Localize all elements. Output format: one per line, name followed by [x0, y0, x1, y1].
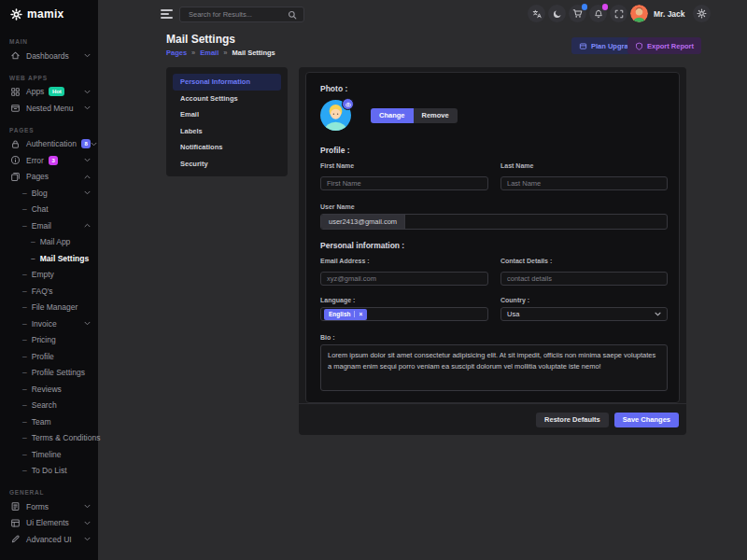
sidebar-item-mail-app[interactable]: –Mail App	[0, 234, 98, 251]
remove-photo-button[interactable]: Remove	[414, 108, 458, 123]
sidebar-item-terms-conditions[interactable]: –Terms & Conditions	[0, 430, 98, 447]
sidebar-item-timeline[interactable]: –Timeline	[0, 446, 98, 463]
sidebar-item-advanced-ui[interactable]: Advanced UI	[0, 531, 98, 548]
dash-icon: –	[22, 287, 27, 296]
breadcrumb: Pages » Email » Mail Settings	[166, 49, 275, 57]
language-tag-input[interactable]: English ×	[320, 307, 488, 321]
sidebar-item-label: Dashboards	[26, 51, 69, 61]
email-address-input[interactable]	[320, 272, 488, 286]
fullscreen-icon[interactable]	[610, 5, 627, 22]
bio-textarea[interactable]: Lorem ipsum dolor sit amet consectetur a…	[320, 344, 668, 391]
sidebar-item-faq-s[interactable]: –FAQ's	[0, 283, 98, 300]
sidebar-item-pages[interactable]: Pages	[0, 169, 98, 186]
breadcrumb-current: Mail Settings	[232, 49, 275, 57]
language-icon[interactable]	[528, 5, 545, 22]
sidebar-item-error[interactable]: Error3	[0, 152, 98, 169]
settings-menu-item-security[interactable]: Security	[173, 156, 281, 173]
search-input[interactable]	[187, 9, 288, 20]
settings-menu-item-labels[interactable]: Labels	[173, 123, 281, 140]
dash-icon: –	[22, 433, 27, 442]
profile-photo[interactable]	[320, 100, 351, 131]
first-name-label: First Name	[320, 162, 488, 169]
user-name[interactable]: Mr. Jack	[654, 9, 685, 19]
search-bar	[179, 7, 304, 22]
settings-menu-item-email[interactable]: Email	[173, 106, 281, 123]
export-report-button[interactable]: Export Report	[627, 37, 701, 54]
personal-information-panel: Photo :	[305, 72, 680, 403]
sidebar-item-invoice[interactable]: –Invoice	[0, 315, 98, 332]
settings-menu-card: Personal InformationAccount SettingsEmai…	[166, 67, 288, 176]
sidebar-item-team[interactable]: –Team	[0, 413, 98, 430]
cart-icon[interactable]	[569, 5, 586, 22]
settings-menu-item-personal-information[interactable]: Personal Information	[173, 74, 281, 91]
dash-icon: –	[22, 221, 27, 231]
settings-menu-item-notifications[interactable]: Notifications	[173, 139, 281, 156]
country-label: Country :	[500, 297, 668, 303]
dash-icon: –	[22, 319, 27, 329]
sidebar-item-label: Pricing	[32, 335, 56, 344]
search-icon[interactable]	[288, 10, 297, 20]
sidebar-item-nested-menu[interactable]: Nested Menu	[0, 100, 98, 117]
pen-icon	[10, 534, 21, 544]
dark-mode-icon[interactable]	[548, 5, 566, 22]
breadcrumb-separator: »	[191, 49, 195, 57]
dash-icon: –	[22, 368, 27, 377]
brand-logo[interactable]: mamix	[0, 0, 98, 28]
sidebar-section-label: PAGES	[9, 127, 98, 134]
sidebar-item-empty[interactable]: –Empty	[0, 267, 98, 284]
brand-name: mamix	[27, 7, 64, 21]
hamburger-menu-icon[interactable]	[161, 9, 173, 21]
save-changes-button[interactable]: Save Changes	[614, 413, 679, 427]
sidebar-item-blog[interactable]: –Blog	[0, 185, 98, 202]
sidebar-item-ui-elements[interactable]: Ui Elements	[0, 515, 98, 532]
breadcrumb-separator: »	[223, 49, 227, 57]
first-name-input[interactable]	[320, 176, 488, 190]
sidebar-item-label: FAQ's	[32, 287, 53, 296]
sidebar-item-label: Search	[32, 400, 57, 410]
sidebar-item-authentication[interactable]: Authentication8	[0, 136, 98, 153]
breadcrumb-email[interactable]: Email	[200, 49, 218, 57]
layout-icon	[10, 518, 21, 528]
sidebar-item-profile[interactable]: –Profile	[0, 348, 98, 365]
edit-photo-camera-icon[interactable]	[342, 98, 354, 110]
sidebar-item-chat[interactable]: –Chat	[0, 202, 98, 218]
sidebar-item-label: Timeline	[32, 450, 62, 459]
dash-icon: –	[31, 237, 35, 246]
sidebar-item-label: Reviews	[32, 385, 62, 394]
sidebar-item-label: Mail Settings	[40, 254, 89, 263]
settings-menu-item-account-settings[interactable]: Account Settings	[173, 91, 281, 107]
sidebar-item-apps[interactable]: AppsHot	[0, 84, 98, 101]
notifications-bell-icon[interactable]	[589, 5, 607, 22]
sidebar-item-label: Profile Settings	[32, 368, 85, 377]
sidebar-item-forms[interactable]: Forms	[0, 498, 98, 515]
sidebar-item-pricing[interactable]: –Pricing	[0, 332, 98, 349]
sidebar-nav: MAINDashboardsWEB APPSAppsHotNested Menu…	[0, 38, 98, 548]
dash-icon: –	[22, 204, 27, 214]
sidebar-item-mail-settings[interactable]: –Mail Settings	[0, 250, 98, 267]
change-photo-button[interactable]: Change	[371, 108, 414, 123]
user-name-input[interactable]	[405, 215, 667, 229]
restore-defaults-button[interactable]: Restore Defaults	[536, 413, 609, 427]
sidebar-item-email[interactable]: –Email	[0, 217, 98, 234]
sidebar-item-profile-settings[interactable]: –Profile Settings	[0, 365, 98, 382]
home-icon	[10, 50, 21, 61]
cart-badge	[582, 4, 588, 10]
sidebar-item-file-manager[interactable]: –File Manager	[0, 300, 98, 316]
last-name-input[interactable]	[500, 176, 668, 190]
user-avatar[interactable]	[630, 5, 648, 22]
settings-gear-icon[interactable]	[693, 5, 711, 22]
sidebar-item-to-do-list[interactable]: –To Do List	[0, 463, 98, 480]
sidebar-item-reviews[interactable]: –Reviews	[0, 381, 98, 398]
pages-icon	[10, 172, 21, 182]
contact-details-input[interactable]	[500, 272, 668, 286]
sidebar-item-label: Empty	[32, 270, 54, 279]
country-select[interactable]: Usa	[500, 307, 668, 321]
sidebar-item-label: Forms	[26, 502, 49, 511]
sidebar-item-dashboards[interactable]: Dashboards	[0, 48, 98, 64]
dash-icon: –	[22, 400, 27, 410]
sidebar-item-search[interactable]: –Search	[0, 398, 98, 414]
remove-tag-icon[interactable]: ×	[354, 311, 362, 317]
breadcrumb-pages[interactable]: Pages	[166, 49, 187, 57]
personal-information-heading: Personal information :	[320, 241, 668, 250]
sidebar-badge: 8	[81, 139, 91, 148]
